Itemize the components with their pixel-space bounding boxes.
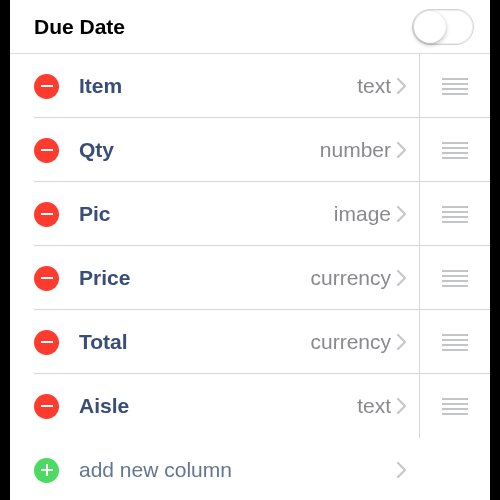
column-main[interactable]: Itemtext — [10, 74, 419, 99]
column-type: number — [320, 138, 391, 162]
column-type: text — [357, 394, 391, 418]
minus-icon[interactable] — [34, 394, 59, 419]
column-main[interactable]: Aisletext — [10, 394, 419, 419]
toggle-knob — [414, 11, 446, 43]
drag-handle-icon[interactable] — [442, 334, 468, 351]
column-row: Qtynumber — [10, 118, 490, 182]
column-main[interactable]: Qtynumber — [10, 138, 419, 163]
svg-rect-4 — [41, 341, 53, 343]
column-type: currency — [310, 330, 391, 354]
column-row: Pricecurrency — [10, 246, 490, 310]
column-main[interactable]: Totalcurrency — [10, 330, 419, 355]
column-name: Pic — [79, 202, 111, 226]
chevron-right-icon — [397, 462, 407, 478]
drag-handle-icon[interactable] — [442, 270, 468, 287]
add-column-label: add new column — [79, 458, 232, 482]
column-type: currency — [310, 266, 391, 290]
minus-icon[interactable] — [34, 74, 59, 99]
column-main[interactable]: Picimage — [10, 202, 419, 227]
column-row: Itemtext — [10, 54, 490, 118]
drag-handle-icon[interactable] — [442, 78, 468, 95]
svg-rect-0 — [41, 85, 53, 87]
minus-icon[interactable] — [34, 330, 59, 355]
chevron-right-icon — [397, 142, 407, 158]
svg-rect-1 — [41, 149, 53, 151]
column-row: Picimage — [10, 182, 490, 246]
column-main[interactable]: Pricecurrency — [10, 266, 419, 291]
minus-icon[interactable] — [34, 202, 59, 227]
chevron-right-icon — [397, 334, 407, 350]
svg-rect-2 — [41, 213, 53, 215]
chevron-right-icon — [397, 398, 407, 414]
drag-handle-icon[interactable] — [442, 142, 468, 159]
due-date-toggle[interactable] — [412, 9, 474, 45]
column-name: Aisle — [79, 394, 129, 418]
column-row: Totalcurrency — [10, 310, 490, 374]
drag-handle-icon[interactable] — [442, 398, 468, 415]
column-name: Price — [79, 266, 130, 290]
chevron-right-icon — [397, 206, 407, 222]
plus-icon — [34, 458, 59, 483]
column-type: image — [334, 202, 391, 226]
minus-icon[interactable] — [34, 266, 59, 291]
column-type: text — [357, 74, 391, 98]
column-name: Total — [79, 330, 128, 354]
drag-handle-icon[interactable] — [442, 206, 468, 223]
header-title: Due Date — [34, 15, 125, 39]
add-column-row[interactable]: add new column . — [10, 438, 490, 500]
column-name: Item — [79, 74, 122, 98]
column-name: Qty — [79, 138, 114, 162]
svg-rect-5 — [41, 405, 53, 407]
chevron-right-icon — [397, 270, 407, 286]
column-row: Aisletext — [10, 374, 490, 438]
header: Due Date — [10, 0, 490, 54]
minus-icon[interactable] — [34, 138, 59, 163]
columns-editor-panel: Due Date ItemtextQtynumberPicimagePricec… — [10, 0, 490, 500]
svg-rect-3 — [41, 277, 53, 279]
chevron-right-icon — [397, 78, 407, 94]
